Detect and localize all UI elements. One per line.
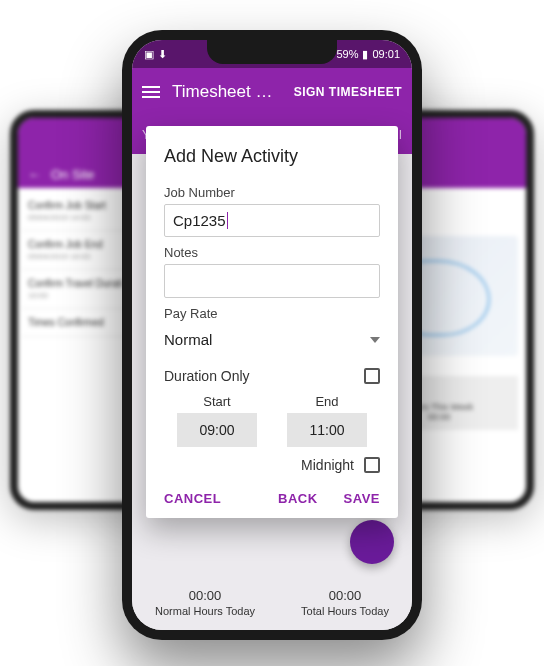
download-icon: ⬇ xyxy=(158,48,167,61)
clock-text: 09:01 xyxy=(372,48,400,60)
total-hours-label: Total Hours Today xyxy=(301,605,389,617)
job-number-input[interactable]: Cp1235 xyxy=(164,204,380,237)
phone-notch xyxy=(207,40,337,64)
battery-text: 59% xyxy=(336,48,358,60)
duration-only-label: Duration Only xyxy=(164,368,250,384)
normal-hours-value: 00:00 xyxy=(155,588,255,603)
back-button[interactable]: BACK xyxy=(278,491,318,506)
phone-screen: ▣ ⬇ ᛒ 📳 📶 📶 59% ▮ 09:01 Timesheet Re… SI… xyxy=(132,40,412,630)
end-time-button[interactable]: 11:00 xyxy=(287,413,367,447)
battery-icon: ▮ xyxy=(362,48,368,61)
notes-input[interactable] xyxy=(164,264,380,298)
start-time-button[interactable]: 09:00 xyxy=(177,413,257,447)
midnight-label: Midnight xyxy=(301,457,354,473)
pay-rate-value: Normal xyxy=(164,331,212,348)
dialog-title: Add New Activity xyxy=(164,146,380,167)
pay-rate-select[interactable]: Normal xyxy=(164,325,380,358)
duration-only-checkbox[interactable] xyxy=(364,368,380,384)
save-button[interactable]: SAVE xyxy=(344,491,380,506)
app-bar: Timesheet Re… SIGN TIMESHEET xyxy=(132,68,412,116)
end-label: End xyxy=(315,394,338,409)
cancel-button[interactable]: CANCEL xyxy=(164,491,221,506)
start-label: Start xyxy=(203,394,230,409)
midnight-checkbox[interactable] xyxy=(364,457,380,473)
job-number-label: Job Number xyxy=(164,185,380,200)
chevron-down-icon xyxy=(370,337,380,343)
image-icon: ▣ xyxy=(144,48,154,61)
sign-timesheet-button[interactable]: SIGN TIMESHEET xyxy=(294,85,402,99)
add-fab[interactable] xyxy=(350,520,394,564)
pay-rate-label: Pay Rate xyxy=(164,306,380,321)
page-title: Timesheet Re… xyxy=(172,82,282,102)
phone-frame: ▣ ⬇ ᛒ 📳 📶 📶 59% ▮ 09:01 Timesheet Re… SI… xyxy=(122,30,422,640)
footer-summary: 00:00 Normal Hours Today 00:00 Total Hou… xyxy=(132,574,412,630)
total-hours-value: 00:00 xyxy=(301,588,389,603)
normal-hours-label: Normal Hours Today xyxy=(155,605,255,617)
notes-label: Notes xyxy=(164,245,380,260)
menu-icon[interactable] xyxy=(142,86,160,98)
add-activity-dialog: Add New Activity Job Number Cp1235 Notes… xyxy=(146,126,398,518)
